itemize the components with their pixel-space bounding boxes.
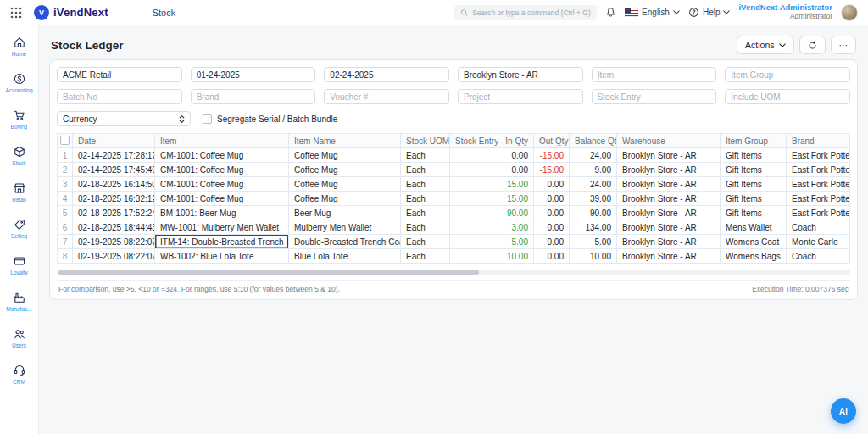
cell-out-qty[interactable]: 0.00: [534, 177, 570, 192]
col-balance-qty[interactable]: Balance Qty: [570, 134, 617, 148]
select-all-checkbox[interactable]: [58, 134, 73, 148]
include-uom-filter[interactable]: [725, 89, 850, 104]
table-row[interactable]: 102-14-2025 17:28:17CM-1001: Coffee MugC…: [58, 148, 850, 163]
sidebar-item-buying[interactable]: Buying: [1, 108, 38, 130]
sidebar-item-retail[interactable]: Retail: [1, 181, 38, 203]
cell-item[interactable]: MW-1001: Mulberry Men Wallet: [155, 220, 289, 235]
cell-item[interactable]: CM-1001: Coffee Mug: [155, 177, 289, 192]
search-input[interactable]: [472, 8, 591, 17]
row-index[interactable]: 7: [58, 235, 73, 249]
cell-out-qty[interactable]: 0.00: [534, 220, 570, 235]
cell-balance-qty[interactable]: 24.00: [570, 148, 617, 163]
cell-item[interactable]: CM-1001: Coffee Mug: [155, 148, 289, 163]
table-row[interactable]: 702-19-2025 08:22:07ITM-14: Double-Breas…: [58, 235, 850, 249]
sidebar-item-stock[interactable]: Stock: [1, 145, 38, 166]
sidebar-item-selling[interactable]: Selling: [1, 218, 38, 239]
breadcrumb[interactable]: Stock: [153, 8, 176, 18]
cell-balance-qty[interactable]: 90.00: [570, 206, 617, 220]
cell-in-qty[interactable]: 3.00: [498, 220, 534, 235]
app-launcher-icon[interactable]: [10, 7, 22, 19]
cell-in-qty[interactable]: 10.00: [498, 249, 534, 264]
col-in-qty[interactable]: In Qty: [498, 134, 534, 148]
company-filter[interactable]: [57, 67, 182, 82]
cell-brand[interactable]: East Fork Pottery: [787, 192, 850, 206]
cell-date[interactable]: 02-14-2025 17:28:17: [73, 148, 155, 163]
cell-item-name[interactable]: Blue Lola Tote: [289, 249, 401, 264]
table-row[interactable]: 502-18-2025 17:52:24BM-1001: Beer MugBee…: [58, 206, 850, 220]
cell-balance-qty[interactable]: 9.00: [570, 163, 617, 177]
cell-item-name[interactable]: Coffee Mug: [289, 163, 401, 177]
menu-button[interactable]: ···: [831, 36, 857, 54]
cell-brand[interactable]: Coach: [787, 220, 850, 235]
project-filter[interactable]: [458, 89, 583, 104]
cell-item-name[interactable]: Double-Breasted Trench Coat / M: [289, 235, 401, 249]
cell-balance-qty[interactable]: 39.00: [570, 192, 617, 206]
table-row[interactable]: 602-18-2025 18:44:43MW-1001: Mulberry Me…: [58, 220, 850, 235]
voucher-filter[interactable]: [324, 89, 449, 104]
brand-logo[interactable]: V iVendNext: [34, 5, 108, 20]
cell-item-group[interactable]: Gift Items: [721, 206, 787, 220]
sidebar-item-manufac[interactable]: Manufac...: [1, 291, 38, 312]
cell-stock-entry[interactable]: [450, 163, 498, 177]
cell-balance-qty[interactable]: 24.00: [570, 177, 617, 192]
cell-warehouse[interactable]: Brooklyn Store - AR: [617, 220, 721, 235]
cell-item-name[interactable]: Mulberry Men Wallet: [289, 220, 401, 235]
horizontal-scrollbar[interactable]: [57, 270, 850, 275]
cell-warehouse[interactable]: Brooklyn Store - AR: [617, 206, 721, 220]
cell-item-name[interactable]: Beer Mug: [289, 206, 401, 220]
cell-uom[interactable]: Each: [401, 206, 450, 220]
cell-item-group[interactable]: Womens Coat: [721, 235, 787, 249]
cell-uom[interactable]: Each: [401, 192, 450, 206]
col-stock-entry[interactable]: Stock Entry: [450, 134, 498, 148]
cell-item-group[interactable]: Womens Bags: [721, 249, 787, 264]
cell-stock-entry[interactable]: [450, 206, 498, 220]
cell-uom[interactable]: Each: [401, 163, 450, 177]
col-item-group[interactable]: Item Group: [721, 134, 787, 148]
cell-date[interactable]: 02-18-2025 16:32:12: [73, 192, 155, 206]
col-out-qty[interactable]: Out Qty: [534, 134, 570, 148]
cell-stock-entry[interactable]: [450, 249, 498, 264]
cell-date[interactable]: 02-18-2025 17:52:24: [73, 206, 155, 220]
cell-in-qty[interactable]: 0.00: [498, 148, 534, 163]
cell-brand[interactable]: East Fork Pottery: [787, 148, 850, 163]
cell-warehouse[interactable]: Brooklyn Store - AR: [617, 177, 721, 192]
cell-stock-entry[interactable]: [450, 220, 498, 235]
cell-item-group[interactable]: Gift Items: [721, 177, 787, 192]
warehouse-filter[interactable]: [458, 67, 583, 82]
cell-warehouse[interactable]: Brooklyn Store - AR: [617, 192, 721, 206]
cell-brand[interactable]: Monte Carlo: [787, 235, 850, 249]
table-row[interactable]: 202-14-2025 17:45:49CM-1001: Coffee MugC…: [58, 163, 850, 177]
cell-out-qty[interactable]: -15.00: [534, 163, 570, 177]
cell-in-qty[interactable]: 5.00: [498, 235, 534, 249]
item-filter[interactable]: [592, 67, 717, 82]
cell-brand[interactable]: East Fork Pottery: [787, 163, 850, 177]
cell-item-group[interactable]: Mens Wallet: [721, 220, 787, 235]
cell-out-qty[interactable]: 0.00: [534, 192, 570, 206]
cell-uom[interactable]: Each: [401, 177, 450, 192]
ai-assistant-button[interactable]: AI: [831, 398, 856, 424]
col-brand[interactable]: Brand: [787, 134, 850, 148]
cell-warehouse[interactable]: Brooklyn Store - AR: [617, 148, 721, 163]
cell-item[interactable]: WB-1002: Blue Lola Tote: [155, 249, 289, 264]
cell-item-group[interactable]: Gift Items: [721, 163, 787, 177]
cell-stock-entry[interactable]: [450, 235, 498, 249]
cell-brand[interactable]: Coach: [787, 249, 850, 264]
col-item-name[interactable]: Item Name: [289, 134, 401, 148]
sidebar-item-home[interactable]: Home: [1, 36, 38, 57]
cell-balance-qty[interactable]: 10.00: [570, 249, 617, 264]
to-date-filter[interactable]: [324, 67, 449, 82]
col-date[interactable]: Date: [73, 134, 155, 148]
row-index[interactable]: 4: [58, 192, 73, 206]
user-menu[interactable]: iVendNext Administrator Administrator: [738, 3, 832, 21]
col-warehouse[interactable]: Warehouse: [617, 134, 721, 148]
cell-in-qty[interactable]: 15.00: [498, 192, 534, 206]
cell-in-qty[interactable]: 15.00: [498, 177, 534, 192]
cell-uom[interactable]: Each: [401, 249, 450, 264]
cell-date[interactable]: 02-18-2025 16:14:50: [73, 177, 155, 192]
help-menu[interactable]: Help: [688, 7, 731, 18]
cell-balance-qty[interactable]: 5.00: [570, 235, 617, 249]
cell-out-qty[interactable]: -15.00: [534, 148, 570, 163]
cell-in-qty[interactable]: 0.00: [498, 163, 534, 177]
cell-item[interactable]: ITM-14: Double-Breasted Trench Coat / M: [155, 235, 289, 249]
cell-item-name[interactable]: Coffee Mug: [289, 192, 401, 206]
